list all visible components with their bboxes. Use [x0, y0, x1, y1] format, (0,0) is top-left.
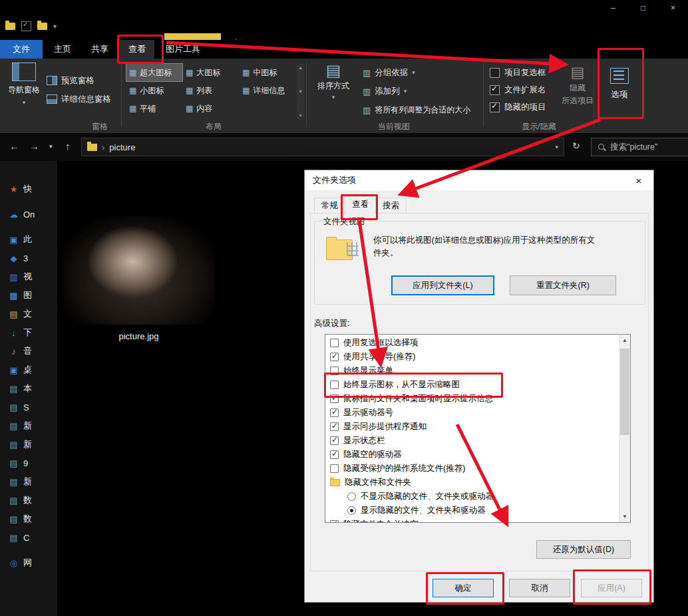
setting-marker-icon[interactable] — [330, 394, 339, 403]
hide-selected-items-button[interactable]: 隐藏 所选项目 — [559, 64, 596, 122]
sidebar-item[interactable]: ▣ 桌 — [0, 361, 57, 379]
setting-marker-icon[interactable] — [347, 492, 356, 501]
setting-marker-icon[interactable] — [330, 339, 339, 347]
advanced-setting-row[interactable]: 隐藏空的驱动器 — [325, 448, 619, 462]
advanced-setting-row[interactable]: 隐藏受保护的操作系统文件(推荐) — [325, 462, 619, 476]
setting-marker-icon[interactable] — [330, 367, 339, 375]
gallery-scroll-up-icon[interactable]: ▲ — [298, 65, 303, 70]
details-pane-button[interactable]: 详细信息窗格 — [47, 92, 111, 106]
qat-new-folder-icon[interactable] — [37, 23, 47, 30]
setting-marker-icon[interactable] — [330, 450, 339, 459]
minimize-button[interactable]: – — [598, 0, 628, 15]
sidebar-item[interactable]: ★ 快 — [0, 180, 57, 198]
navigation-pane-button[interactable]: 导航窗格 ▾ — [5, 63, 43, 120]
apply-to-folders-button[interactable]: 应用到文件夹(L) — [391, 275, 494, 295]
ribbon-view-checkbox[interactable]: 隐藏的项目 — [490, 98, 546, 116]
address-dropdown-icon[interactable]: ▾ — [555, 144, 558, 150]
advanced-setting-row[interactable]: 使用复选框以选择项 — [325, 336, 619, 350]
sidebar-item[interactable]: ↓ 下 — [0, 323, 57, 342]
tab-home[interactable]: 主页 — [45, 40, 80, 59]
sidebar-item[interactable]: ▤ S — [0, 398, 57, 416]
layout-option[interactable]: 中图标 — [240, 64, 295, 81]
scroll-up-icon[interactable]: ▲ — [619, 335, 630, 346]
sidebar-item[interactable]: ▤ C — [0, 528, 57, 547]
dialog-tab-view[interactable]: 查看 — [345, 196, 376, 214]
setting-marker-icon[interactable] — [330, 422, 339, 431]
setting-marker-icon[interactable] — [330, 381, 339, 389]
setting-marker-icon[interactable] — [330, 436, 339, 445]
advanced-setting-row[interactable]: 显示同步提供程序通知 — [325, 420, 619, 434]
group-by-button[interactable]: 分组依据 ▾ — [363, 65, 415, 80]
sidebar-item[interactable]: ▥ 视 — [0, 267, 57, 286]
app-folder-icon[interactable] — [5, 23, 15, 30]
advanced-setting-row[interactable]: 显示隐藏的文件、文件夹和驱动器 — [325, 504, 619, 518]
setting-marker-icon[interactable] — [330, 479, 340, 486]
advanced-setting-row[interactable]: 显示状态栏 — [325, 434, 619, 448]
qat-properties-icon[interactable] — [21, 21, 31, 31]
ok-button[interactable]: 确定 — [432, 579, 494, 597]
advanced-setting-row[interactable]: 显示驱动器号 — [325, 406, 619, 420]
sidebar-item[interactable]: ▤ 数 — [0, 491, 57, 510]
sidebar-item[interactable]: ♪ 音 — [0, 342, 57, 361]
forward-icon[interactable]: → — [29, 140, 39, 152]
advanced-setting-row[interactable]: 不显示隐藏的文件、文件夹或驱动器 — [325, 490, 619, 504]
gallery-scroll-down-icon[interactable]: ▼ — [298, 89, 303, 94]
preview-pane-button[interactable]: 预览窗格 — [47, 73, 94, 88]
sidebar-item[interactable]: ☁ On — [0, 205, 57, 224]
add-columns-button[interactable]: 添加列 ▾ — [363, 84, 407, 98]
sidebar-item[interactable]: ▤ 本 — [0, 379, 57, 398]
recent-locations-icon[interactable]: ▾ — [49, 143, 53, 150]
tab-file[interactable]: 文件 — [0, 40, 43, 59]
advanced-setting-row[interactable]: 始终显示菜单 — [325, 364, 619, 378]
gallery-expand-icon[interactable]: ▾ — [299, 113, 302, 118]
gallery-scrollbar[interactable]: ▲ ▼ ▾ — [297, 64, 304, 120]
sidebar-item[interactable]: ▦ 图 — [0, 286, 57, 305]
layout-option[interactable]: 超大图标 — [126, 64, 182, 81]
sidebar-item[interactable]: ▣ 此 — [0, 230, 57, 249]
layout-option[interactable]: 平铺 — [126, 100, 182, 117]
qat-dropdown-icon[interactable]: ▾ — [53, 23, 57, 30]
up-icon[interactable]: ↑ — [65, 140, 71, 152]
size-columns-button[interactable]: 将所有列调整为合适的大小 — [363, 102, 470, 117]
layout-option[interactable]: 内容 — [183, 100, 239, 117]
setting-marker-icon[interactable] — [330, 520, 339, 523]
breadcrumb-path[interactable]: picture — [109, 142, 135, 152]
ribbon-view-checkbox[interactable]: 项目复选框 — [490, 64, 546, 81]
dialog-tab-general[interactable]: 常规 — [314, 198, 345, 214]
tab-view[interactable]: 查看 — [120, 40, 154, 59]
options-button[interactable]: 选项 — [602, 63, 637, 122]
cancel-button[interactable]: 取消 — [509, 579, 570, 597]
setting-marker-icon[interactable] — [330, 408, 339, 417]
sidebar-item[interactable]: ▤ 新 — [0, 416, 57, 435]
close-button[interactable]: × — [658, 0, 688, 15]
sidebar-item[interactable]: ▤ 新 — [0, 472, 57, 491]
tab-picture-tools[interactable]: 图片工具 — [157, 40, 209, 59]
sidebar-item[interactable]: ▤ 新 — [0, 435, 57, 454]
search-input[interactable]: 搜索"picture" — [591, 138, 688, 156]
tab-share[interactable]: 共享 — [83, 40, 117, 59]
reset-folders-button[interactable]: 重置文件夹(R) — [510, 275, 616, 295]
picture-thumbnail[interactable] — [63, 216, 214, 325]
setting-marker-icon[interactable] — [347, 506, 356, 515]
dialog-close-icon[interactable]: × — [624, 170, 653, 190]
ribbon-view-checkbox[interactable]: 文件扩展名 — [490, 81, 546, 98]
advanced-setting-row[interactable]: 鼠标指向文件夹和桌面项时显示提示信息 — [325, 392, 619, 406]
advanced-setting-row[interactable]: 始终显示图标，从不显示缩略图 — [325, 378, 619, 392]
layout-option[interactable]: 小图标 — [126, 82, 182, 99]
breadcrumb[interactable]: › picture ▾ — [81, 138, 564, 156]
sidebar-item[interactable]: ▤ 9 — [0, 454, 57, 472]
sidebar-item[interactable]: ▤ 文 — [0, 305, 57, 323]
refresh-icon[interactable]: ↻ — [572, 140, 580, 151]
scrollbar-thumb[interactable] — [620, 349, 629, 435]
setting-marker-icon[interactable] — [330, 464, 339, 473]
back-icon[interactable]: ← — [9, 140, 19, 152]
sort-by-button[interactable]: 排序方式 ▾ — [314, 63, 353, 124]
layout-option[interactable]: 列表 — [183, 82, 239, 99]
list-scrollbar[interactable]: ▲ ▼ — [619, 335, 630, 522]
setting-marker-icon[interactable] — [330, 353, 339, 361]
sidebar-item[interactable]: ▤ 数 — [0, 510, 57, 528]
scroll-down-icon[interactable]: ▼ — [619, 511, 630, 522]
file-name-label[interactable]: picture.jpg — [63, 331, 214, 341]
sidebar-item[interactable]: ◎ 网 — [0, 553, 57, 572]
maximize-button[interactable]: □ — [628, 0, 658, 15]
